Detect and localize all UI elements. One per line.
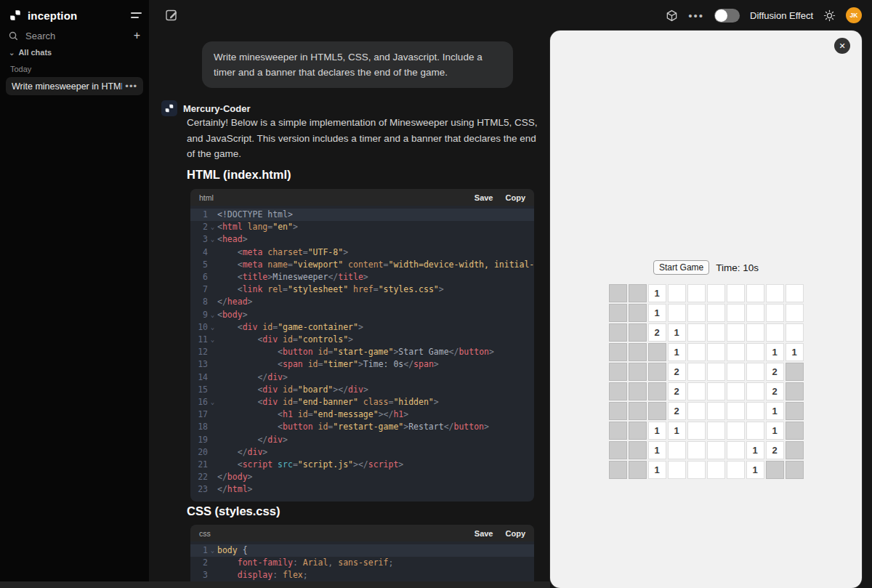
mine-cell[interactable] — [609, 323, 627, 342]
mine-cell[interactable] — [786, 382, 804, 400]
new-chat-button[interactable]: + — [134, 30, 140, 41]
mine-cell[interactable] — [668, 284, 686, 302]
mine-cell[interactable]: 1 — [668, 422, 686, 440]
fold-chevron-icon[interactable]: ⌄ — [208, 396, 217, 408]
mine-cell[interactable] — [766, 304, 784, 322]
mine-cell[interactable]: 1 — [648, 304, 666, 322]
mine-cell[interactable] — [609, 382, 627, 400]
mine-cell[interactable]: 2 — [648, 323, 666, 342]
mine-cell[interactable] — [727, 343, 745, 361]
mine-cell[interactable]: 2 — [668, 402, 686, 420]
mine-cell[interactable] — [609, 402, 627, 420]
mine-cell[interactable] — [668, 304, 686, 322]
start-game-button[interactable]: Start Game — [653, 260, 709, 275]
diffusion-effect-toggle[interactable] — [714, 9, 740, 23]
code-editor[interactable]: 1⌄body {2 font-family: Arial, sans-serif… — [190, 541, 534, 587]
mine-cell[interactable] — [609, 284, 627, 302]
search-row[interactable]: Search + — [9, 28, 140, 44]
mine-cell[interactable] — [609, 422, 627, 440]
mine-cell[interactable] — [727, 323, 745, 342]
mine-cell[interactable] — [668, 441, 686, 459]
mine-cell[interactable] — [786, 304, 804, 322]
theme-sun-icon[interactable] — [823, 9, 836, 22]
mine-cell[interactable] — [629, 461, 647, 479]
mine-cell[interactable] — [746, 363, 764, 381]
model-box-icon[interactable] — [666, 9, 678, 22]
code-editor[interactable]: 1<!DOCTYPE html>2⌄<html lang="en">3⌄<hea… — [190, 206, 534, 502]
mine-cell[interactable] — [687, 304, 706, 322]
mine-cell[interactable]: 1 — [668, 343, 686, 361]
mine-cell[interactable]: 2 — [668, 363, 686, 381]
mine-cell[interactable] — [707, 304, 725, 322]
mine-cell[interactable] — [629, 304, 647, 322]
mine-cell[interactable] — [707, 402, 725, 420]
mine-cell[interactable] — [786, 461, 804, 479]
mine-cell[interactable]: 2 — [766, 363, 784, 381]
mine-cell[interactable]: 2 — [766, 382, 784, 400]
mine-cell[interactable] — [648, 343, 666, 361]
mine-cell[interactable]: 2 — [766, 441, 784, 459]
mine-cell[interactable] — [746, 284, 764, 302]
mine-cell[interactable] — [687, 284, 706, 302]
chat-item-menu-icon[interactable]: ••• — [125, 81, 137, 92]
mine-cell[interactable] — [707, 284, 725, 302]
mine-cell[interactable] — [687, 422, 706, 440]
mine-cell[interactable] — [707, 343, 725, 361]
mine-cell[interactable]: 1 — [766, 402, 784, 420]
mine-cell[interactable] — [746, 323, 764, 342]
mine-cell[interactable] — [629, 422, 647, 440]
mine-cell[interactable] — [707, 382, 725, 400]
mine-cell[interactable]: 2 — [668, 382, 686, 400]
fold-chevron-icon[interactable]: ⌄ — [208, 334, 217, 346]
close-icon[interactable]: ✕ — [834, 38, 850, 54]
mine-cell[interactable] — [707, 363, 725, 381]
mine-cell[interactable] — [766, 284, 784, 302]
mine-cell[interactable] — [786, 441, 804, 459]
mine-cell[interactable] — [727, 363, 745, 381]
mine-cell[interactable] — [629, 382, 647, 400]
mine-cell[interactable] — [746, 343, 764, 361]
mine-cell[interactable] — [727, 304, 745, 322]
mine-cell[interactable] — [707, 422, 725, 440]
mine-cell[interactable] — [609, 461, 627, 479]
mine-cell[interactable] — [786, 363, 804, 381]
mine-cell[interactable] — [687, 441, 706, 459]
mine-cell[interactable] — [786, 422, 804, 440]
mine-cell[interactable] — [746, 304, 764, 322]
fold-chevron-icon[interactable]: ⌄ — [208, 321, 217, 334]
mine-cell[interactable]: 1 — [746, 441, 764, 459]
mine-cell[interactable] — [609, 441, 627, 459]
mine-cell[interactable] — [786, 323, 804, 342]
mine-cell[interactable] — [727, 402, 745, 420]
mine-cell[interactable] — [629, 284, 647, 302]
fold-chevron-icon[interactable]: ⌄ — [208, 309, 217, 321]
all-chats-toggle[interactable]: ⌄ All chats — [9, 48, 52, 57]
mine-cell[interactable] — [707, 323, 725, 342]
mine-cell[interactable] — [707, 461, 725, 479]
mine-cell[interactable] — [707, 441, 725, 459]
mine-cell[interactable] — [746, 402, 764, 420]
save-button[interactable]: Save — [475, 529, 493, 538]
mine-cell[interactable] — [746, 382, 764, 400]
sidebar-chat-item[interactable]: Write minesweeper in HTML5 ••• — [6, 77, 143, 95]
mine-cell[interactable] — [629, 402, 647, 420]
mine-cell[interactable] — [786, 402, 804, 420]
mine-cell[interactable]: 1 — [786, 343, 804, 361]
mine-cell[interactable] — [727, 422, 745, 440]
mine-cell[interactable]: 1 — [648, 284, 666, 302]
mine-cell[interactable] — [727, 461, 745, 479]
mine-cell[interactable] — [629, 441, 647, 459]
mine-cell[interactable]: 1 — [648, 441, 666, 459]
mine-cell[interactable] — [727, 284, 745, 302]
mine-cell[interactable] — [609, 304, 627, 322]
mine-cell[interactable] — [687, 363, 706, 381]
mine-cell[interactable]: 1 — [668, 323, 686, 342]
more-options-icon[interactable]: ••• — [688, 9, 704, 22]
mine-cell[interactable] — [727, 441, 745, 459]
fold-chevron-icon[interactable]: ⌄ — [208, 221, 217, 233]
mine-cell[interactable]: 1 — [648, 422, 666, 440]
mine-cell[interactable] — [766, 461, 784, 479]
mine-cell[interactable] — [648, 402, 666, 420]
mine-cell[interactable] — [668, 461, 686, 479]
fold-chevron-icon[interactable]: ⌄ — [208, 544, 217, 557]
